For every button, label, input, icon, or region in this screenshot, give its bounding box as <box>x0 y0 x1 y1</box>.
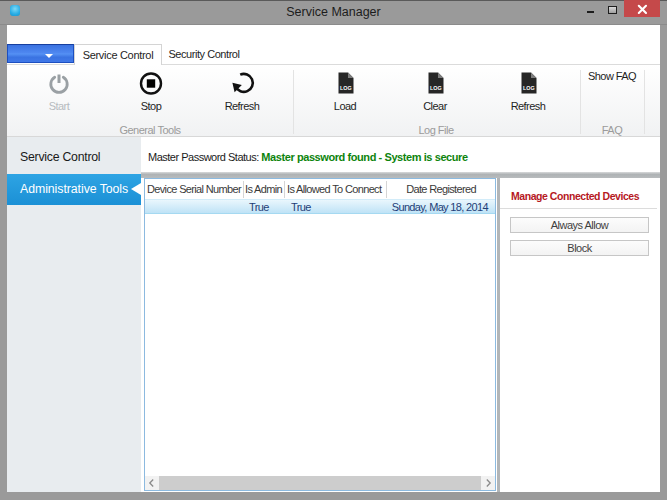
svg-text:LOG: LOG <box>430 85 442 91</box>
svg-text:LOG: LOG <box>340 85 352 91</box>
svg-text:LOG: LOG <box>523 85 535 91</box>
